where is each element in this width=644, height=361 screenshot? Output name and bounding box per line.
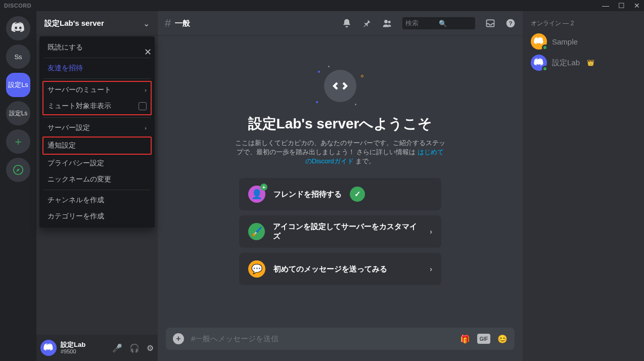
menu-create-channel[interactable]: チャンネルを作成 [43,192,151,208]
hash-icon: # [165,17,171,30]
welcome-title: 設定Lab's serverへようこそ [234,114,446,133]
members-heading: オンライン — 2 [528,19,639,28]
server-selected[interactable]: 設定Ls [6,73,30,97]
crown-icon: 👑 [587,59,594,66]
channel-sidebar: 設定Lab's server ⌄ ✕ 素早く これを ＋ 👤⁺⚙ ＋ ＋ 設定L… [36,11,158,361]
server-dropdown-menu: 既読にする 友達を招待 サーバーのミュート› ミュート対象非表示 サーバー設定›… [39,36,155,228]
titlebar: DISCORD — ☐ ✕ [0,0,644,11]
user-footer: 設定Lab #9500 🎤 🎧 ⚙ [36,335,158,361]
menu-nickname[interactable]: ニックネームの変更 [43,171,151,188]
close-window-icon[interactable]: ✕ [634,2,640,10]
svg-point-1 [384,20,388,23]
menu-invite[interactable]: 友達を招待 [43,60,151,76]
members-icon[interactable] [382,18,392,28]
check-icon: ✓ [350,187,365,202]
search-icon: 🔍 [439,20,472,27]
mic-icon[interactable]: 🎤 [112,343,122,353]
server-header[interactable]: 設定Lab's server ⌄ [36,11,158,35]
gift-icon[interactable]: 🎁 [460,334,470,344]
chevron-right-icon: › [145,87,147,93]
checkbox-icon [139,102,147,110]
help-icon[interactable]: ? [505,18,516,28]
settings-icon[interactable]: ⚙ [147,343,154,353]
server-name: 設定Lab's server [44,19,104,28]
chevron-down-icon: ⌄ [143,19,150,28]
minimize-icon[interactable]: — [602,2,609,10]
menu-server-settings[interactable]: サーバー設定› [43,120,151,136]
channel-title: 一般 [175,19,190,28]
channel-topbar: # 一般 検索🔍 ? [158,11,523,35]
main-content: # 一般 検索🔍 ? 設定Lab's serverへようこそ [158,11,523,361]
card-first-message[interactable]: 💬 初めてのメッセージを送ってみる › [239,253,441,285]
menu-server-mute[interactable]: サーバーのミュート› [43,82,151,98]
headphones-icon[interactable]: 🎧 [129,343,140,353]
card-set-icon[interactable]: 🖌️ アイコンを設定してサーバーをカスタマイズ › [239,215,441,248]
member-sample[interactable]: Sample [528,31,639,52]
server-rail: Ss 設定Ls 設定Ls ＋ [0,11,36,361]
server-ss[interactable]: Ss [6,44,30,69]
user-avatar[interactable] [40,340,57,356]
inbox-icon[interactable] [485,18,495,28]
attach-icon[interactable]: + [173,333,184,344]
card-invite-friends[interactable]: +👤 フレンドを招待する ✓ [239,178,441,210]
chevron-right-icon: › [430,265,432,273]
welcome-subtitle: ここは新しくてピカピカの、あなたのサーバーです。ご紹介するステップで、最初の一歩… [234,139,446,166]
svg-text:?: ? [509,20,512,26]
explore-button[interactable] [6,158,30,182]
gif-icon[interactable]: GIF [477,334,490,344]
user-tag: #9500 [61,348,85,354]
server-extra[interactable]: 設定Ls [6,101,30,125]
discord-wordmark: DISCORD [4,3,31,9]
emoji-icon[interactable]: 😊 [497,334,508,344]
menu-hide-muted[interactable]: ミュート対象非表示 [43,98,151,114]
search-input[interactable]: 検索🔍 [402,17,475,29]
message-input[interactable]: + #一般へメッセージを送信 🎁 GIF 😊 [166,328,515,350]
menu-privacy[interactable]: プライバシー設定 [43,155,151,171]
menu-create-category[interactable]: カテゴリーを作成 [43,208,151,224]
member-list: オンライン — 2 Sample 設定Lab👑 [523,11,644,361]
welcome-hero-icon [314,66,366,106]
menu-mark-read[interactable]: 既読にする [43,39,151,56]
menu-notification-settings[interactable]: 通知設定 [43,138,151,154]
maximize-icon[interactable]: ☐ [618,2,625,10]
pin-icon[interactable] [362,18,372,28]
home-button[interactable] [6,16,30,40]
bell-icon[interactable] [342,18,352,28]
add-server-button[interactable]: ＋ [6,129,30,154]
close-icon[interactable]: ✕ [144,47,152,58]
compose-placeholder: #一般へメッセージを送信 [191,334,453,344]
member-owner[interactable]: 設定Lab👑 [528,52,639,73]
username: 設定Lab [61,341,85,348]
svg-point-2 [388,21,391,23]
chevron-right-icon: › [430,228,432,236]
